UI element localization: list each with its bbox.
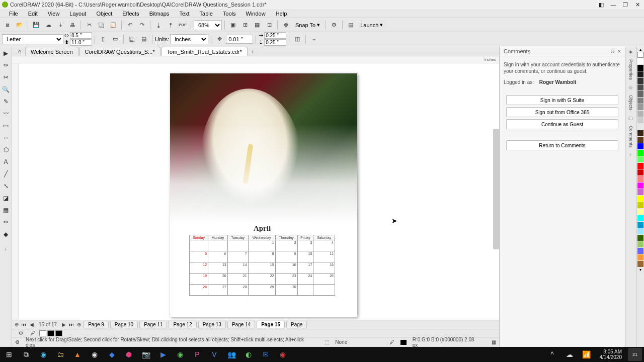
continue-guest-button[interactable]: Continue as Guest <box>506 119 619 129</box>
menu-object[interactable]: Object <box>91 11 117 17</box>
paste-icon[interactable]: 📋 <box>108 20 119 31</box>
gear-icon[interactable]: ⚙ <box>15 339 20 345</box>
tray-up-icon[interactable]: ^ <box>545 348 559 361</box>
menu-edit[interactable]: Edit <box>23 11 43 17</box>
save-icon[interactable]: 💾 <box>31 20 42 31</box>
color-swatch[interactable] <box>637 71 643 77</box>
ellipse-tool-icon[interactable]: ○ <box>1 133 11 143</box>
maximize-button[interactable]: ❐ <box>621 1 630 8</box>
no-color-swatch[interactable] <box>637 52 643 58</box>
snap-off-icon[interactable]: ⊗ <box>280 20 291 31</box>
color-swatch[interactable] <box>637 215 643 221</box>
dup-x-input[interactable] <box>264 32 286 39</box>
account-icon[interactable]: ◧ <box>597 1 606 8</box>
page-tab-active[interactable]: Page 15 <box>257 321 285 328</box>
print-icon[interactable]: 🖶 <box>67 20 78 31</box>
add-tool-icon[interactable]: + <box>1 244 11 254</box>
color-swatch[interactable] <box>637 209 643 215</box>
color-proof-icon[interactable]: ▦ <box>492 339 496 345</box>
color-swatch[interactable] <box>637 235 643 241</box>
start-button[interactable]: ⊞ <box>2 348 16 361</box>
menu-file[interactable]: File <box>4 11 23 17</box>
color-swatch[interactable] <box>637 65 643 71</box>
pdf-icon[interactable]: PDF <box>177 20 188 31</box>
teams-icon[interactable]: 👥 <box>224 348 238 361</box>
notification-icon[interactable]: 21 <box>628 348 642 361</box>
redo-icon[interactable]: ↷ <box>136 20 147 31</box>
pick-tool-icon[interactable]: ▶ <box>1 48 11 58</box>
transparency-icon[interactable]: ▦ <box>1 205 11 215</box>
color-swatch[interactable] <box>637 150 643 156</box>
add-tab-icon[interactable]: + <box>249 48 257 56</box>
app-icon[interactable]: ◉ <box>173 348 187 361</box>
color-swatch[interactable] <box>637 222 643 228</box>
color-swatch[interactable] <box>637 104 643 110</box>
color-swatch[interactable] <box>637 84 643 90</box>
current-page-icon[interactable]: ▤ <box>138 34 149 45</box>
color-swatch[interactable] <box>637 189 643 195</box>
signout-office365-button[interactable]: Sign out from Office 365 <box>506 107 619 117</box>
camera-icon[interactable]: 📷 <box>139 348 153 361</box>
menu-bitmaps[interactable]: Bitmaps <box>144 11 175 17</box>
fill-swatch[interactable] <box>55 330 62 336</box>
artistic-media-icon[interactable]: 〰 <box>1 109 11 119</box>
menu-text[interactable]: Text <box>174 11 194 17</box>
treat-as-filled-icon[interactable]: ◫ <box>292 34 303 45</box>
copy-icon[interactable]: ⿻ <box>96 20 107 31</box>
page-artboard[interactable]: April Sunday Monday Tuesday Wednesday Th… <box>170 73 357 317</box>
color-swatch[interactable] <box>637 176 643 182</box>
color-swatch[interactable] <box>637 124 643 130</box>
first-page-icon[interactable]: ⏮ <box>21 321 28 328</box>
vlc-icon[interactable]: ▲ <box>70 348 85 361</box>
eyedropper-docker-icon[interactable]: ◈ <box>629 49 632 54</box>
task-view-icon[interactable]: ⧉ <box>19 348 33 361</box>
export-icon[interactable]: ⭱ <box>165 20 176 31</box>
page-tab[interactable]: Page 14 <box>227 321 255 328</box>
outlook-icon[interactable]: ✉ <box>259 348 273 361</box>
collapse-icon[interactable]: ›› <box>611 48 614 54</box>
rulers-icon[interactable]: ⊞ <box>239 20 251 31</box>
add-page-icon[interactable]: ⊕ <box>13 321 20 328</box>
units-dropdown[interactable]: inches <box>170 34 208 44</box>
chrome-icon[interactable]: ◉ <box>88 348 102 361</box>
media-icon[interactable]: ▶ <box>156 348 170 361</box>
signin-gsuite-button[interactable]: Sign in with G Suite <box>506 95 619 105</box>
app-icon[interactable]: P <box>190 348 204 361</box>
outline-swatch[interactable] <box>47 330 54 336</box>
last-page-icon[interactable]: ⏭ <box>68 321 75 328</box>
page-tab[interactable]: Page <box>286 321 307 328</box>
parallel-dim-icon[interactable]: ╱ <box>1 169 11 179</box>
docker-objects[interactable]: Objects <box>628 93 633 113</box>
app-icon[interactable]: ◆ <box>105 348 119 361</box>
minimize-button[interactable]: — <box>609 1 618 8</box>
freehand-tool-icon[interactable]: ✎ <box>1 97 11 107</box>
color-swatch[interactable] <box>637 202 643 208</box>
menu-window[interactable]: Window <box>241 11 271 17</box>
explorer-icon[interactable]: 🗂 <box>53 348 67 361</box>
app-icon[interactable]: V <box>207 348 221 361</box>
snap-to-dropdown[interactable]: Snap To ▾ <box>292 22 323 28</box>
color-swatch[interactable] <box>637 228 643 234</box>
color-swatch[interactable] <box>637 156 643 162</box>
next-page-icon[interactable]: ▶ <box>60 321 67 328</box>
page-tab[interactable]: Page 9 <box>84 321 109 328</box>
palette-up-icon[interactable]: ▴ <box>639 47 641 52</box>
add-page-after-icon[interactable]: ⊕ <box>75 321 83 328</box>
color-swatch[interactable] <box>637 183 643 189</box>
open-icon[interactable]: 📂 <box>14 20 25 31</box>
color-swatch[interactable] <box>637 169 643 175</box>
menu-view[interactable]: View <box>43 11 65 17</box>
page-tab[interactable]: Page 11 <box>139 321 167 328</box>
add-toolbar-icon[interactable]: + <box>308 34 319 45</box>
close-panel-icon[interactable]: × <box>618 48 621 54</box>
menu-layout[interactable]: Layout <box>64 11 91 17</box>
return-comments-button[interactable]: Return to Comments <box>506 140 619 150</box>
rectangle-tool-icon[interactable]: ▭ <box>1 121 11 131</box>
page-height-input[interactable] <box>70 39 92 46</box>
color-swatch[interactable] <box>637 58 643 64</box>
color-swatch[interactable] <box>637 163 643 169</box>
dup-y-input[interactable] <box>264 39 286 46</box>
page-width-input[interactable] <box>70 32 92 39</box>
page-tab[interactable]: Page 10 <box>110 321 138 328</box>
portrait-icon[interactable]: ▯ <box>98 34 109 45</box>
